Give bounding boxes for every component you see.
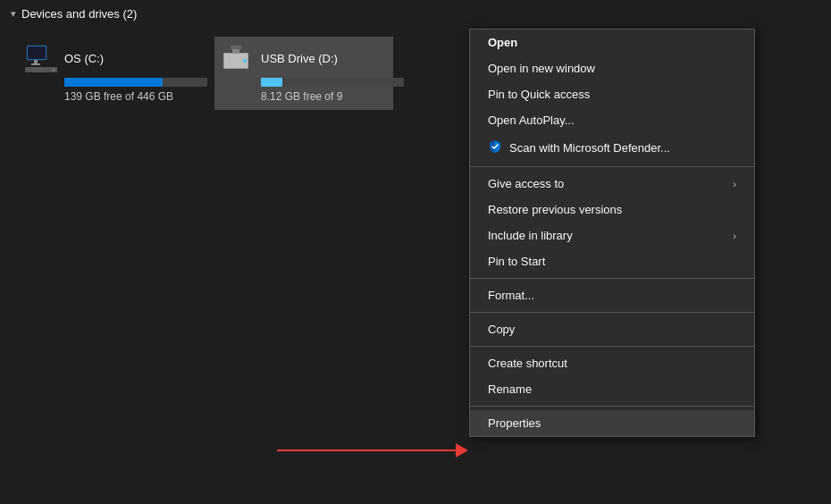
submenu-arrow-icon: › xyxy=(733,179,736,189)
menu-item-open[interactable]: Open xyxy=(470,29,754,55)
menu-label-create-shortcut: Create shortcut xyxy=(488,357,567,370)
defender-icon xyxy=(488,139,502,156)
menu-label-open-autoplay: Open AutoPlay... xyxy=(488,113,575,127)
menu-item-give-access[interactable]: Give access to› xyxy=(470,171,754,197)
menu-label-pin-start: Pin to Start xyxy=(488,255,545,268)
menu-divider xyxy=(470,278,754,279)
menu-item-scan-defender[interactable]: Scan with Microsoft Defender... xyxy=(470,133,754,163)
section-title: Devices and drives (2) xyxy=(21,7,137,21)
menu-label-pin-quick-access: Pin to Quick access xyxy=(488,88,590,101)
os-drive-progress-container xyxy=(64,78,207,87)
menu-item-restore-versions[interactable]: Restore previous versions xyxy=(470,197,754,223)
menu-divider xyxy=(470,166,754,167)
menu-item-open-new-window[interactable]: Open in new window xyxy=(470,55,754,81)
os-drive-header: OS (C:) xyxy=(25,44,189,72)
menu-divider xyxy=(470,312,754,313)
arrow-annotation xyxy=(277,443,468,458)
menu-label-scan-defender: Scan with Microsoft Defender... xyxy=(509,141,670,155)
chevron-down-icon[interactable]: ▾ xyxy=(11,8,16,20)
menu-item-properties[interactable]: Properties xyxy=(470,410,754,436)
usb-drive-info: 8.12 GB free of 9 xyxy=(261,90,342,103)
menu-label-restore-versions: Restore previous versions xyxy=(488,203,622,216)
menu-item-create-shortcut[interactable]: Create shortcut xyxy=(470,350,754,376)
menu-divider xyxy=(470,346,754,347)
menu-item-copy[interactable]: Copy xyxy=(470,316,754,342)
usb-drive-progress-bar xyxy=(261,78,282,87)
menu-item-include-library[interactable]: Include in library› xyxy=(470,223,754,248)
menu-divider xyxy=(470,406,754,407)
menu-item-pin-start[interactable]: Pin to Start xyxy=(470,248,754,274)
menu-label-give-access: Give access to xyxy=(488,177,564,190)
menu-label-open-new-window: Open in new window xyxy=(488,62,595,75)
menu-item-format[interactable]: Format... xyxy=(470,282,754,308)
menu-label-open: Open xyxy=(488,36,517,49)
menu-label-rename: Rename xyxy=(488,382,532,396)
os-drive-progress-bar xyxy=(64,78,163,87)
menu-item-pin-quick-access[interactable]: Pin to Quick access xyxy=(470,81,754,107)
context-menu: OpenOpen in new windowPin to Quick acces… xyxy=(469,29,755,437)
menu-item-open-autoplay[interactable]: Open AutoPlay... xyxy=(470,107,754,133)
usb-drive-name: USB Drive (D:) xyxy=(261,52,338,65)
svg-rect-9 xyxy=(231,46,241,49)
svg-rect-1 xyxy=(28,46,46,59)
os-drive-info: 139 GB free of 446 GB xyxy=(64,90,173,103)
menu-label-format: Format... xyxy=(488,289,534,302)
usb-drive[interactable]: USB Drive (D:) 8.12 GB free of 9 xyxy=(214,37,393,110)
menu-item-rename[interactable]: Rename xyxy=(470,376,754,402)
menu-label-copy: Copy xyxy=(488,323,515,336)
svg-point-5 xyxy=(53,69,55,71)
os-drive-name: OS (C:) xyxy=(64,52,104,65)
arrow-line xyxy=(277,449,456,451)
menu-label-properties: Properties xyxy=(488,416,541,430)
os-drive-icon xyxy=(25,44,57,72)
usb-drive-progress-container xyxy=(261,78,404,87)
section-header: ▾ Devices and drives (2) xyxy=(0,0,831,28)
menu-label-include-library: Include in library xyxy=(488,229,573,242)
os-drive[interactable]: OS (C:) 139 GB free of 446 GB xyxy=(18,37,197,110)
submenu-arrow-icon: › xyxy=(733,231,736,241)
svg-rect-3 xyxy=(31,63,40,65)
svg-rect-2 xyxy=(34,60,38,63)
usb-drive-header: USB Drive (D:) xyxy=(222,44,386,72)
svg-point-10 xyxy=(243,59,247,63)
usb-drive-icon xyxy=(222,44,254,72)
arrow-head-icon xyxy=(456,443,468,458)
